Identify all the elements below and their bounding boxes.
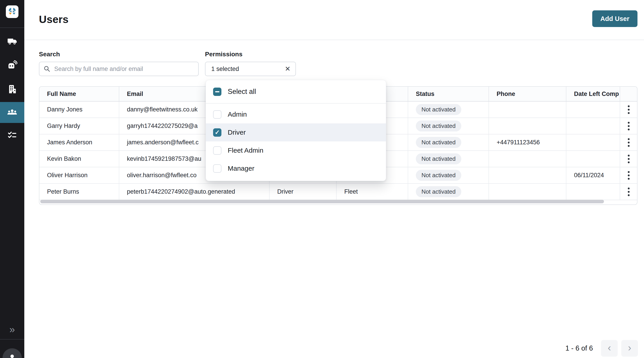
cell-email: peterb1744220274902@auto.generated (119, 184, 270, 200)
column-header-actions (620, 87, 637, 101)
dropdown-option[interactable]: Manager (206, 159, 386, 177)
users-icon (7, 107, 17, 118)
cell-phone (489, 151, 566, 167)
checklist-icon (7, 130, 17, 141)
kebab-menu-icon[interactable] (626, 152, 632, 166)
cell-phone (489, 167, 566, 183)
cell-date-left (566, 184, 620, 200)
sidebar-item-company[interactable] (0, 79, 24, 100)
close-icon[interactable]: ✕ (285, 66, 290, 72)
option-checkbox[interactable] (213, 146, 222, 155)
cell-status: Not activated (408, 134, 489, 150)
search-input[interactable] (39, 62, 199, 76)
cell-status: Not activated (408, 118, 489, 134)
kebab-menu-icon[interactable] (626, 185, 632, 198)
column-header-date-left: Date Left Comp (566, 87, 620, 101)
sidebar-item-vehicles[interactable] (0, 31, 24, 52)
cell-status: Not activated (408, 184, 489, 200)
cell-date-left: 06/11/2024 (566, 167, 620, 183)
cars-icon (7, 60, 17, 71)
cell-date-left (566, 151, 620, 167)
cell-phone (489, 118, 566, 134)
dropdown-option[interactable]: Admin (206, 105, 386, 123)
column-header-phone: Phone (489, 87, 566, 101)
dropdown-options: Admin Driver Fleet Admin Manager (206, 104, 386, 177)
building-icon (7, 84, 17, 94)
cell-actions (620, 118, 637, 134)
kebab-menu-icon[interactable] (626, 169, 632, 182)
cell-permissions: Driver (270, 184, 337, 200)
sidebar-divider-bottom (0, 339, 24, 339)
search-label: Search (39, 51, 60, 58)
cell-status: Not activated (408, 167, 489, 183)
kebab-menu-icon[interactable] (626, 103, 632, 116)
cell-group: Fleet (337, 184, 408, 200)
cell-actions (620, 151, 637, 167)
chevron-right-icon: › (628, 342, 632, 353)
option-checkbox[interactable] (213, 128, 222, 137)
kebab-menu-icon[interactable] (626, 136, 632, 149)
cell-phone: +447911123456 (489, 134, 566, 150)
cell-actions (620, 102, 637, 118)
pagination: 1 - 6 of 6 ‹ › (566, 340, 638, 357)
pagination-count: 1 - 6 of 6 (566, 344, 593, 352)
status-badge: Not activated (416, 137, 461, 148)
expand-sidebar-icon[interactable]: » (0, 321, 24, 337)
option-label: Admin (228, 111, 247, 118)
cell-phone (489, 184, 566, 200)
horizontal-scrollbar (40, 200, 636, 203)
cell-actions (620, 167, 637, 183)
page-title: Users (39, 13, 69, 26)
permissions-select[interactable]: 1 selected ✕ (205, 62, 296, 76)
search-field-wrapper (39, 62, 199, 76)
app-logo[interactable] (6, 6, 18, 18)
dropdown-option[interactable]: Driver (206, 123, 386, 141)
cell-date-left (566, 102, 620, 118)
page-header: Users Add User (24, 0, 644, 40)
previous-page-button[interactable]: ‹ (601, 340, 618, 357)
sidebar: » (0, 0, 24, 358)
cell-actions (620, 184, 637, 200)
kebab-menu-icon[interactable] (626, 120, 632, 133)
scrollbar-thumb[interactable] (40, 200, 604, 203)
cell-status: Not activated (408, 151, 489, 167)
column-header-status: Status (408, 87, 489, 101)
cell-full-name: Danny Jones (40, 102, 119, 118)
dropdown-option[interactable]: Fleet Admin (206, 141, 386, 159)
person-icon (7, 353, 17, 358)
sidebar-item-tasks[interactable] (0, 125, 24, 146)
cell-actions (620, 134, 637, 150)
sidebar-item-users[interactable] (0, 102, 24, 123)
option-label: Fleet Admin (228, 147, 263, 154)
select-all-checkbox[interactable] (213, 88, 222, 96)
avatar[interactable] (2, 348, 22, 358)
status-badge: Not activated (416, 170, 461, 181)
status-badge: Not activated (416, 186, 461, 197)
cell-date-left (566, 118, 620, 134)
status-badge: Not activated (416, 104, 461, 115)
permissions-label: Permissions (205, 51, 242, 58)
next-page-button[interactable]: › (621, 340, 638, 357)
cell-date-left (566, 134, 620, 150)
select-all-option[interactable]: Select all (206, 80, 386, 104)
option-label: Driver (228, 129, 246, 136)
cell-full-name: Oliver Harrison (40, 167, 119, 183)
cell-full-name: Peter Burns (40, 184, 119, 200)
status-badge: Not activated (416, 121, 461, 132)
add-user-button[interactable]: Add User (592, 10, 638, 27)
permissions-selected-value: 1 selected (211, 66, 285, 73)
cell-full-name: Garry Hardy (40, 118, 119, 134)
status-badge: Not activated (416, 153, 461, 164)
permissions-dropdown: Select all Admin Driver Fleet Admin Mana… (206, 80, 386, 181)
cell-full-name: Kevin Bakon (40, 151, 119, 167)
cell-full-name: James Anderson (40, 134, 119, 150)
sidebar-item-fleet[interactable] (0, 55, 24, 76)
select-all-label: Select all (228, 88, 256, 96)
option-label: Manager (228, 165, 254, 172)
chevron-left-icon: ‹ (608, 342, 611, 353)
option-checkbox[interactable] (213, 110, 222, 119)
column-header-full-name: Full Name (40, 87, 119, 101)
truck-icon (7, 37, 17, 47)
option-checkbox[interactable] (213, 164, 222, 173)
table-row: Peter Burns peterb1744220274902@auto.gen… (40, 184, 637, 200)
